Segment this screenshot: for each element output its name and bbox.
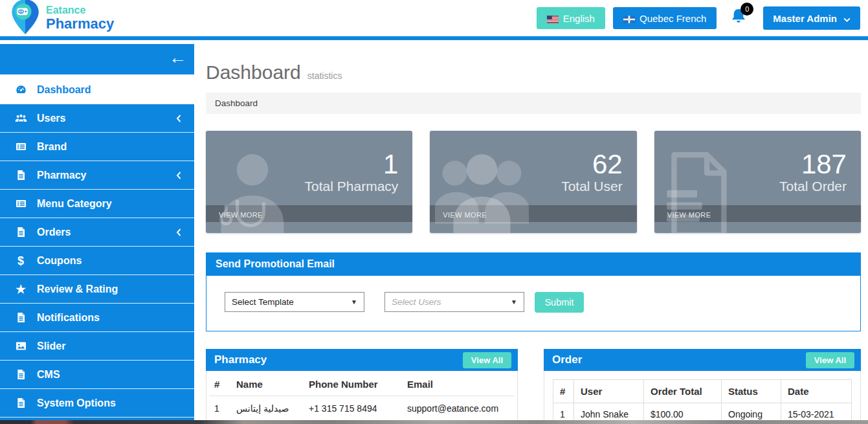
sidebar: ← Dashboard	[0, 44, 194, 424]
submit-button[interactable]: Submit	[535, 292, 584, 313]
column-header: Email	[402, 371, 515, 396]
language-quebec-french-button[interactable]: Quebec French	[613, 7, 717, 29]
page-title: Dashboard	[206, 61, 301, 84]
column-header: Name	[231, 371, 304, 396]
header-actions: English Quebec French	[537, 6, 860, 30]
stat-card-text: 1 Total Pharmacy	[305, 150, 399, 194]
sidebar-item-system-options[interactable]: System Options	[0, 389, 194, 418]
sidebar-item-coupons[interactable]: $ Coupons	[0, 247, 194, 275]
template-select-value: Select Template	[232, 297, 294, 307]
order-table-wrap: # User Order Total Status Date 1	[544, 371, 860, 424]
breadcrumb-item: Dashboard	[215, 98, 258, 108]
column-header: Status	[722, 380, 781, 403]
quebec-flag-icon	[623, 14, 635, 22]
pharmacy-pin-logo-icon	[10, 0, 40, 38]
list-icon	[14, 140, 27, 153]
brand-name-bottom: Pharmacy	[46, 16, 114, 32]
stat-card-total-user: 62 Total User VIEW MORE	[430, 131, 636, 233]
language-english-button[interactable]: English	[537, 7, 605, 29]
sidebar-item-label: CMS	[37, 369, 60, 381]
view-more-link[interactable]: VIEW MORE	[443, 211, 487, 219]
brand-logo[interactable]: Eatance Pharmacy	[10, 0, 114, 38]
sidebar-item-label: System Options	[37, 397, 116, 409]
sidebar-item-label: Users	[37, 113, 65, 124]
top-header: Eatance Pharmacy English	[0, 0, 868, 40]
promo-email-panel: Send Promotional Email Select Template ▼…	[206, 252, 861, 331]
stat-label: Total Order	[779, 179, 847, 194]
page-head: Dashboard statistics	[206, 61, 861, 84]
bell-icon	[729, 17, 748, 28]
sidebar-collapse-arrow-icon[interactable]: ←	[169, 49, 186, 67]
file-icon	[14, 226, 27, 239]
doctor-icon	[211, 148, 291, 233]
stat-value: 1	[305, 150, 399, 179]
cell-email: support@eatance.com	[402, 396, 515, 421]
dollar-icon: $	[14, 254, 27, 267]
sidebar-item-users[interactable]: Users	[0, 104, 194, 133]
sidebar-item-menu-category[interactable]: Menu Category	[0, 190, 194, 218]
brand-text: Eatance Pharmacy	[46, 5, 114, 32]
sidebar-item-orders[interactable]: Orders	[0, 218, 194, 247]
file-icon	[14, 368, 27, 381]
chevron-left-icon	[176, 172, 181, 179]
sidebar-item-label: Review & Rating	[37, 284, 118, 295]
stat-label: Total User	[561, 179, 623, 194]
file-icon	[14, 169, 27, 182]
chevron-left-icon	[176, 115, 181, 122]
pharmacy-panel-title: Pharmacy	[214, 353, 267, 366]
notification-count-badge: 0	[740, 3, 753, 16]
stat-value: 187	[779, 150, 847, 179]
pharmacy-view-all-button[interactable]: View All	[463, 352, 511, 368]
order-panel: Order View All # User Order Total Status	[544, 349, 861, 424]
sidebar-item-review-rating[interactable]: ★ Review & Rating	[0, 275, 194, 304]
admin-menu-button[interactable]: Master Admin	[763, 6, 860, 30]
users-icon	[14, 112, 27, 125]
column-header: #	[553, 380, 574, 403]
sidebar-item-brand[interactable]: Brand	[0, 133, 194, 161]
star-icon: ★	[14, 283, 27, 296]
order-view-all-button[interactable]: View All	[806, 352, 854, 368]
sidebar-item-cms[interactable]: CMS	[0, 361, 194, 389]
stat-card-total-pharmacy: 1 Total Pharmacy VIEW MORE	[206, 131, 412, 233]
bottom-edge-strip	[0, 420, 868, 424]
table-row: 1 صيدلية إيتانس +1 315 715 8494 support@…	[209, 396, 515, 421]
template-select[interactable]: Select Template ▼	[225, 292, 364, 312]
view-more-link[interactable]: VIEW MORE	[219, 211, 263, 219]
column-header: Date	[781, 380, 852, 403]
image-icon	[14, 340, 27, 353]
view-more-link[interactable]: VIEW MORE	[667, 211, 711, 219]
order-table-header-row: # User Order Total Status Date	[553, 380, 852, 403]
brand-name-top: Eatance	[46, 5, 114, 16]
order-table: # User Order Total Status Date 1	[553, 379, 852, 424]
us-flag-icon	[547, 14, 559, 22]
sidebar-item-dashboard[interactable]: Dashboard	[0, 76, 194, 104]
pharmacy-table: # Name Phone Number Email 1 صيدلية إيتان…	[209, 371, 515, 421]
sidebar-item-pharmacy[interactable]: Pharmacy	[0, 161, 194, 190]
notifications-bell-button[interactable]: 0	[729, 6, 750, 30]
file-icon	[14, 397, 27, 410]
page-subtitle: statistics	[307, 71, 342, 81]
cell-phone: +1 315 715 8494	[304, 396, 402, 421]
cell-name: صيدلية إيتانس	[231, 396, 304, 421]
sidebar-item-notifications[interactable]: Notifications	[0, 304, 194, 332]
caret-down-icon: ▼	[511, 298, 517, 306]
order-panel-body: # User Order Total Status Date 1	[544, 371, 861, 424]
caret-down-icon: ▼	[351, 298, 357, 306]
app-root: Eatance Pharmacy English	[0, 0, 868, 424]
sidebar-item-label: Brand	[37, 141, 67, 153]
sidebar-item-slider[interactable]: Slider	[0, 332, 194, 361]
document-icon	[660, 148, 737, 233]
sidebar-item-label: Slider	[37, 340, 65, 352]
order-panel-header: Order View All	[544, 349, 861, 371]
sidebar-collapse-strip: ←	[0, 44, 194, 76]
stat-value: 62	[561, 150, 623, 179]
promo-panel-header: Send Promotional Email	[206, 252, 861, 276]
column-header: User	[574, 380, 644, 403]
users-group-icon	[435, 148, 529, 233]
users-select[interactable]: Select Users ▼	[384, 292, 524, 312]
pharmacy-panel-header: Pharmacy View All	[206, 349, 518, 371]
pharmacy-panel: Pharmacy View All # Name Phone Number Em…	[206, 349, 518, 424]
order-panel-title: Order	[552, 353, 582, 366]
stat-cards-row: 1 Total Pharmacy VIEW MORE	[206, 131, 861, 233]
column-header: #	[209, 371, 231, 396]
